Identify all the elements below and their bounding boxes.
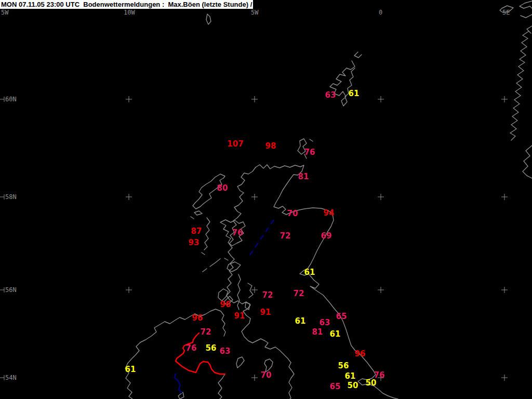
gust-value: 94 xyxy=(324,209,335,217)
gust-value: 56 xyxy=(206,344,217,352)
gust-value: 61 xyxy=(295,317,306,325)
coastline-britain-east xyxy=(256,165,398,399)
gust-value: 61 xyxy=(349,90,360,98)
lon-label: 5E xyxy=(502,9,510,16)
red-front-line xyxy=(176,333,225,374)
great-glen-lochs-line xyxy=(250,220,274,255)
gust-value: 76 xyxy=(304,149,315,156)
gust-value: 72 xyxy=(280,232,291,240)
gust-value: 61 xyxy=(304,269,315,276)
gust-value: 96 xyxy=(355,350,366,358)
gust-value: 63 xyxy=(325,91,336,99)
coastline-shetland xyxy=(354,52,362,58)
gust-value: 65 xyxy=(330,383,341,391)
mouse-cursor-icon[interactable] xyxy=(206,14,211,24)
gust-value: 93 xyxy=(189,239,200,247)
coastline-norway xyxy=(500,1,532,178)
gust-value: 72 xyxy=(201,328,211,336)
gust-value: 56 xyxy=(338,362,349,370)
gust-value: 50 xyxy=(366,379,377,387)
gust-value: 81 xyxy=(312,328,323,336)
gust-value: 63 xyxy=(220,348,231,355)
gust-value: 107 xyxy=(227,140,243,148)
gust-value: 76 xyxy=(186,344,197,352)
weather-map-window: 6361107987681807094879376726961727296919… xyxy=(0,0,532,399)
gust-value: 65 xyxy=(336,313,347,321)
lat-label: 58N xyxy=(5,193,17,201)
map-canvas xyxy=(0,0,532,399)
gust-value: 70 xyxy=(261,371,272,379)
coastline-inner-hebrides xyxy=(203,258,241,272)
gust-value: 96 xyxy=(192,314,203,322)
title-bar: MON 07.11.05 23:00 UTC Bodenwettermeldun… xyxy=(0,0,253,9)
gust-value: 72 xyxy=(262,291,273,299)
lat-label: 56N xyxy=(5,286,17,294)
gust-value: 81 xyxy=(298,173,309,181)
coastline-small-isles-west xyxy=(191,211,202,219)
gust-value: 87 xyxy=(191,228,202,235)
gust-value: 61 xyxy=(330,330,341,338)
gust-value: 61 xyxy=(345,373,356,380)
lon-label: 5W xyxy=(251,9,258,16)
coastline-uists xyxy=(202,218,210,255)
gust-value: 91 xyxy=(234,312,245,320)
coastline-kintyre-arran xyxy=(237,274,253,310)
lat-label: 60N xyxy=(5,96,17,103)
gust-value: 76 xyxy=(232,229,243,237)
gust-value: 61 xyxy=(125,366,136,374)
gust-value: 80 xyxy=(217,184,228,192)
lon-label: 0 xyxy=(379,9,382,16)
coastline-ireland-east xyxy=(218,374,225,399)
gust-value: 96 xyxy=(220,301,231,309)
gust-value: 63 xyxy=(320,319,330,327)
gust-value: 50 xyxy=(348,382,358,390)
gust-value: 98 xyxy=(265,142,276,150)
coastline-mourne-bit xyxy=(178,392,184,399)
gust-value: 69 xyxy=(321,232,332,240)
grid-crosses xyxy=(0,96,508,381)
lon-label: 5W xyxy=(1,9,8,16)
gust-value: 91 xyxy=(260,309,271,316)
gust-value: 72 xyxy=(294,290,304,298)
lat-label: 54N xyxy=(5,374,17,381)
blue-front-segment xyxy=(175,374,182,393)
lon-label: 10W xyxy=(124,9,135,16)
coastline-rhins xyxy=(236,357,244,368)
gust-value: 70 xyxy=(287,210,298,218)
